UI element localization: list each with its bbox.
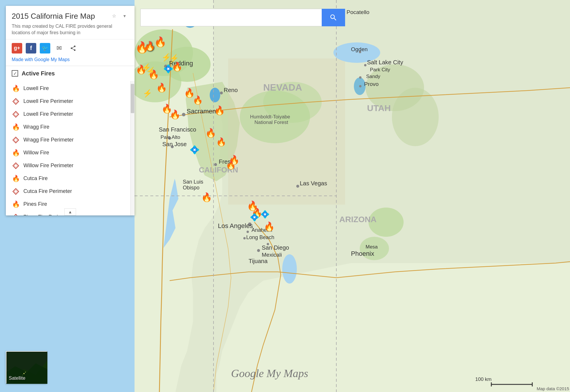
svg-text:🔥: 🔥	[154, 36, 167, 48]
search-input[interactable]	[140, 9, 322, 26]
svg-point-16	[210, 88, 220, 102]
svg-marker-106	[14, 100, 18, 103]
fire-layer-icon: 🔥	[12, 123, 20, 131]
svg-point-39	[359, 85, 361, 87]
layer-item-label: Wragg Fire Perimeter	[23, 137, 74, 143]
svg-text:Pocatello: Pocatello	[347, 9, 369, 15]
active-fires-label: Active Fires	[22, 70, 55, 77]
made-with-google-link[interactable]: Made with Google My Maps	[6, 57, 135, 66]
perimeter-layer-icon	[12, 187, 20, 196]
svg-text:Obispo: Obispo	[183, 185, 199, 191]
layer-item-label: Willow Fire Perimeter	[23, 163, 73, 169]
layer-item[interactable]: Lowell Fire Perimeter	[6, 95, 129, 108]
svg-text:🔥: 🔥	[205, 128, 216, 138]
layer-item-label: Lowell Fire	[23, 85, 49, 91]
active-fires-header[interactable]: ✓ Active Fires	[6, 66, 135, 81]
svg-point-38	[359, 76, 361, 79]
scroll-up-button[interactable]: ▲	[64, 208, 76, 215]
svg-text:🔥: 🔥	[156, 82, 167, 93]
perimeter-layer-icon	[12, 162, 20, 170]
email-button[interactable]: ✉	[54, 43, 64, 53]
svg-marker-113	[13, 189, 19, 194]
layer-item-label: Cutca Fire Perimeter	[23, 188, 72, 194]
svg-text:🔥: 🔥	[148, 69, 159, 80]
perimeter-layer-icon	[12, 136, 20, 144]
svg-text:Salt Lake City: Salt Lake City	[367, 59, 403, 65]
svg-text:🔥: 🔥	[201, 192, 212, 203]
layer-item[interactable]: Willow Fire Perimeter	[6, 159, 129, 172]
fire-layer-icon: 🔥	[12, 149, 20, 157]
svg-point-29	[296, 185, 299, 188]
layer-item[interactable]: 🔥Willow Fire	[6, 146, 129, 159]
satellite-label: Satellite	[9, 376, 25, 381]
svg-point-124	[25, 372, 26, 373]
active-fires-checkbox[interactable]: ✓	[12, 70, 18, 77]
svg-point-31	[247, 231, 249, 233]
svg-text:💠: 💠	[250, 213, 259, 222]
svg-point-123	[23, 373, 25, 374]
sidebar-header: 2015 California Fire Map This map create…	[6, 6, 135, 39]
favorite-button[interactable]: ☆	[110, 12, 118, 20]
svg-text:Humboldt-Toiyabe: Humboldt-Toiyabe	[250, 114, 290, 120]
svg-text:San Luis: San Luis	[183, 179, 203, 185]
layer-item[interactable]: Wragg Fire Perimeter	[6, 134, 129, 146]
svg-text:National Forest: National Forest	[254, 120, 288, 125]
svg-point-33	[257, 249, 260, 252]
svg-text:Long Beach: Long Beach	[246, 234, 274, 240]
svg-marker-110	[14, 138, 18, 142]
svg-marker-112	[14, 164, 18, 167]
fire-layer-icon: 🔥	[12, 84, 20, 93]
social-icons-bar: g+ f 🐦 ✉	[6, 39, 135, 57]
layer-item[interactable]: 🔥Cutca Fire	[6, 172, 129, 185]
svg-text:🔥: 🔥	[172, 61, 183, 72]
twitter-button[interactable]: 🐦	[40, 43, 50, 53]
sidebar-actions: ☆ ▾	[110, 12, 129, 20]
svg-text:🔥: 🔥	[136, 64, 147, 75]
sidebar: 2015 California Fire Map This map create…	[6, 6, 135, 215]
svg-text:💠: 💠	[260, 210, 270, 219]
layer-item-label: Lowell Fire Perimeter	[23, 111, 73, 117]
svg-text:Palo Alto: Palo Alto	[161, 134, 180, 140]
svg-marker-105	[13, 99, 19, 104]
svg-text:Park City: Park City	[370, 67, 390, 72]
scrollbar-thumb[interactable]	[131, 84, 134, 113]
svg-point-125	[22, 375, 23, 375]
layer-item-label: Lowell Fire Perimeter	[23, 98, 73, 104]
layers-list: 🔥Lowell FireLowell Fire PerimeterLowell …	[6, 81, 135, 215]
svg-text:Provo: Provo	[364, 81, 379, 87]
fire-layer-icon: 🔥	[12, 200, 20, 208]
svg-marker-107	[13, 111, 19, 117]
svg-marker-111	[13, 163, 19, 169]
perimeter-layer-icon	[12, 110, 20, 118]
svg-text:Reno: Reno	[224, 87, 238, 93]
fire-layer-icon: 🔥	[12, 175, 20, 183]
svg-text:Mesa: Mesa	[366, 244, 378, 250]
satellite-thumbnail[interactable]: Satellite	[6, 351, 47, 383]
layer-item-label: Wragg Fire	[23, 124, 49, 130]
layer-item[interactable]: Lowell Fire Perimeter	[6, 108, 129, 121]
search-bar	[140, 9, 345, 26]
svg-text:Sandy: Sandy	[366, 74, 380, 79]
svg-text:🔥: 🔥	[216, 137, 226, 147]
svg-marker-114	[14, 190, 18, 193]
svg-text:100 km: 100 km	[475, 377, 492, 382]
perimeter-layer-icon	[12, 213, 20, 215]
layer-item-label: Pines Fire	[23, 201, 47, 207]
facebook-button[interactable]: f	[26, 43, 36, 53]
search-button[interactable]	[322, 9, 345, 26]
layer-item[interactable]: 🔥Wragg Fire	[6, 121, 129, 134]
share-button[interactable]	[68, 43, 78, 53]
svg-text:UTAH: UTAH	[367, 103, 391, 113]
svg-text:🔥: 🔥	[193, 95, 203, 105]
svg-text:🔥: 🔥	[170, 109, 181, 120]
svg-text:🔥: 🔥	[214, 105, 225, 116]
svg-point-32	[243, 237, 246, 239]
svg-text:NEVADA: NEVADA	[263, 82, 302, 93]
google-plus-button[interactable]: g+	[12, 43, 22, 53]
layer-item[interactable]: 🔥Lowell Fire	[6, 82, 129, 95]
svg-point-15	[282, 254, 297, 284]
layer-item[interactable]: Cutca Fire Perimeter	[6, 185, 129, 198]
svg-text:🔥: 🔥	[264, 221, 275, 232]
dropdown-button[interactable]: ▾	[120, 12, 129, 20]
scrollbar[interactable]	[130, 81, 135, 215]
